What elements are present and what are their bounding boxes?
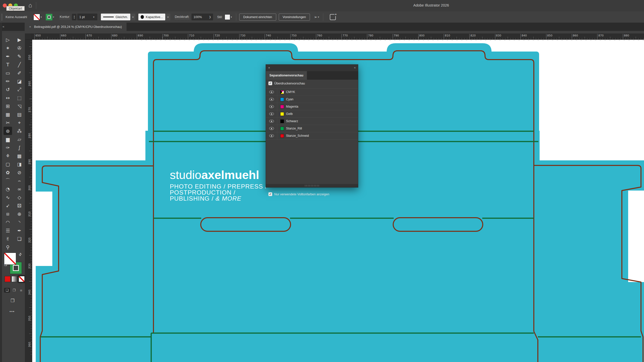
tool-button[interactable]: ☰ (4, 226, 12, 235)
tool-button[interactable]: ◇ (15, 193, 24, 201)
document-tab[interactable]: × Beitragsbild.pdf @ 203,24 % (CMYK/CPU-… (25, 23, 127, 31)
chevron-down-icon[interactable]: ▾ (318, 16, 319, 18)
tool-button[interactable]: ⌒ (4, 176, 12, 185)
tool-button[interactable]: ✿ (4, 168, 12, 176)
tool-button[interactable]: ❏ (15, 235, 24, 243)
tool-button[interactable]: ⌢ (15, 176, 24, 185)
visibility-eye-icon[interactable] (269, 112, 274, 115)
panel-header[interactable]: × « (266, 65, 358, 71)
close-panel-icon[interactable]: × (268, 66, 270, 70)
drag-grip-icon[interactable] (1, 14, 3, 20)
eye-cell[interactable] (266, 132, 277, 139)
tool-button[interactable]: ⚄ (15, 201, 24, 210)
tool-button[interactable]: ▤ (15, 110, 24, 118)
opacity-field[interactable]: 100%❯ (191, 14, 213, 20)
separation-row[interactable]: Magenta (266, 103, 358, 110)
visibility-eye-icon[interactable] (269, 120, 274, 123)
visibility-eye-icon[interactable] (269, 127, 274, 130)
tool-button[interactable]: ▷ (4, 35, 12, 44)
tool-button[interactable]: T (4, 60, 12, 69)
fill-swatch[interactable] (33, 14, 40, 20)
tool-button[interactable]: ◝ (15, 218, 24, 226)
visibility-eye-icon[interactable] (269, 90, 274, 94)
color-mode-button[interactable] (5, 276, 11, 282)
tool-button[interactable]: ✐ (15, 69, 24, 77)
tool-button[interactable]: ▭ (4, 69, 12, 77)
tool-button[interactable]: ✇ (15, 44, 24, 52)
tool-button[interactable]: ⧈ (4, 210, 12, 218)
panel-tab[interactable]: Separationenvorschau (266, 71, 307, 80)
chevron-down-icon[interactable]: ▾ (53, 16, 54, 18)
tool-button[interactable]: ⬚ (15, 94, 24, 102)
tool-button[interactable]: ▢ (4, 160, 12, 168)
toolbar-ellipsis-icon[interactable]: ••• (10, 309, 15, 313)
visibility-eye-icon[interactable] (269, 98, 274, 101)
tool-button[interactable]: ⊚ (4, 127, 12, 135)
stroke-width-stepper[interactable]: ▴▾ (72, 14, 76, 20)
style-swatch[interactable] (225, 14, 230, 20)
tool-button[interactable]: ⁂ (15, 127, 24, 135)
visibility-eye-icon[interactable] (269, 105, 274, 108)
tool-button[interactable]: ⚘ (4, 152, 12, 160)
eye-cell[interactable] (266, 103, 277, 110)
document-setup-button[interactable]: Dokument einrichten (239, 14, 276, 21)
gradient-mode-button[interactable] (12, 276, 18, 282)
eye-cell[interactable] (266, 88, 277, 96)
opacity-label[interactable]: Deckkraft: (175, 15, 190, 19)
resize-grip-icon[interactable] (305, 185, 319, 187)
eye-cell[interactable] (266, 125, 277, 132)
none-mode-button[interactable] (19, 276, 25, 282)
collapse-chevrons-icon[interactable]: « (3, 25, 4, 28)
chevron-down-icon[interactable]: ▾ (41, 16, 42, 18)
tool-button[interactable]: ↔ (4, 94, 12, 102)
horizontal-ruler[interactable]: 6506606706806907007107207307407507607707… (32, 33, 644, 40)
selection-options-icon[interactable]: ➢ (314, 15, 317, 19)
collapse-panel-icon[interactable]: « (354, 66, 356, 69)
brush-dropdown[interactable]: Kapazitive... (138, 14, 165, 20)
tool-button[interactable]: ✶ (4, 44, 12, 52)
home-icon[interactable]: ⌂ (28, 2, 32, 9)
tool-button[interactable]: ◨ (15, 160, 24, 168)
tool-button[interactable]: ◔ (4, 185, 12, 193)
tool-button[interactable]: ◹ (15, 102, 24, 110)
tool-button[interactable]: ⤢ (15, 85, 24, 94)
tool-button[interactable]: ▶ (15, 35, 24, 44)
eye-cell[interactable] (266, 110, 277, 117)
separation-row[interactable]: Cyan (266, 96, 358, 103)
swap-fill-stroke-icon[interactable]: ⇄ (17, 252, 23, 257)
stroke-swatch[interactable] (46, 14, 52, 20)
close-tab-icon[interactable]: × (29, 25, 31, 29)
screen-mode-icon[interactable]: ❐ (11, 298, 15, 303)
draw-normal-icon[interactable]: ❏ (4, 288, 10, 293)
chevron-down-icon[interactable]: ▾ (231, 16, 232, 18)
separation-row[interactable]: Stanze_Rill (266, 125, 358, 132)
eye-cell[interactable] (266, 96, 277, 103)
separation-row[interactable]: Schwarz (266, 118, 358, 125)
vertical-ruler[interactable]: 250260270280290300310320330340350360 (25, 40, 32, 362)
tool-button[interactable]: ✂ (4, 118, 12, 127)
tool-button[interactable]: ◠ (4, 218, 12, 226)
draw-inside-icon[interactable]: ◙ (18, 288, 24, 293)
stroke-label[interactable]: Kontur: (60, 15, 70, 19)
chevron-down-icon[interactable]: ▾ (166, 14, 170, 20)
stroke-profile-dropdown[interactable]: Gleichm. (101, 14, 130, 20)
spot-colors-checkbox[interactable]: ✓ (268, 192, 272, 196)
tool-button[interactable]: ◪ (15, 77, 24, 85)
tool-button[interactable]: ✏ (4, 77, 12, 85)
separation-row[interactable]: Stanze_Schneid (266, 132, 358, 139)
tool-button[interactable]: ▦ (4, 110, 12, 118)
stroke-width-field[interactable]: 1 pt▾ (77, 14, 97, 20)
tool-button[interactable]: ↺ (4, 85, 12, 94)
preferences-button[interactable]: Voreinstellungen (279, 14, 310, 21)
overprint-checkbox[interactable]: ✓ (268, 81, 272, 85)
tool-button[interactable]: ╱ (15, 60, 24, 69)
visibility-eye-icon[interactable] (269, 134, 274, 137)
tool-button[interactable]: ⊞ (4, 102, 12, 110)
tool-button[interactable]: ∞ (15, 185, 24, 193)
share-export-icon[interactable]: ✦ (330, 14, 336, 20)
draw-behind-icon[interactable]: ❐ (11, 288, 17, 293)
tool-button[interactable]: ✑ (4, 143, 12, 152)
separation-row[interactable]: Gelb (266, 110, 358, 118)
tool-button[interactable]: ∿ (4, 193, 12, 201)
tool-button[interactable]: ✒ (4, 52, 12, 60)
